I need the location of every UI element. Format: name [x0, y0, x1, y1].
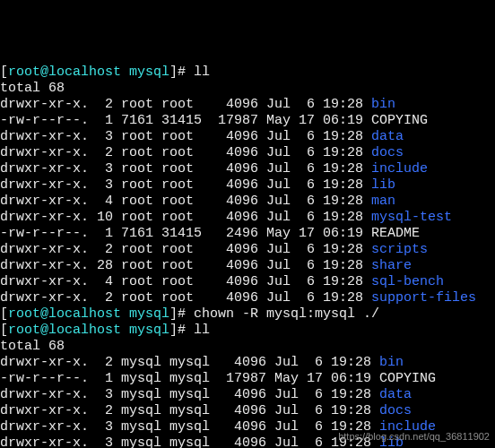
ls-filename: data — [379, 387, 412, 402]
prompt-bracket-open: [ — [0, 65, 8, 80]
ls-meta: -rw-r--r--. 1 7161 31415 17987 May 17 06… — [0, 113, 371, 128]
ls-meta: drwxr-xr-x. 2 root root 4096 Jul 6 19:28 — [0, 145, 371, 160]
ls-meta: drwxr-xr-x. 2 root root 4096 Jul 6 19:28 — [0, 242, 371, 257]
ls-filename: bin — [379, 355, 404, 370]
ls-row: drwxr-xr-x. 2 root root 4096 Jul 6 19:28… — [0, 145, 495, 161]
typed-command: ll — [194, 323, 210, 338]
watermark-text: https://blog.csdn.net/qq_36811902 — [338, 428, 490, 444]
ls-filename: support-files — [371, 290, 476, 306]
ls-meta: drwxr-xr-x. 3 mysql mysql 4096 Jul 6 19:… — [0, 387, 379, 402]
prompt-bracket-open: [ — [0, 323, 8, 338]
ls-meta: drwxr-xr-x. 3 root root 4096 Jul 6 19:28 — [0, 161, 371, 177]
ls-meta: drwxr-xr-x. 2 root root 4096 Jul 6 19:28 — [0, 97, 371, 112]
ls-meta: drwxr-xr-x. 10 root root 4096 Jul 6 19:2… — [0, 210, 371, 225]
ls-row: drwxr-xr-x. 2 mysql mysql 4096 Jul 6 19:… — [0, 355, 495, 371]
prompt-usercwd: root@localhost mysql — [8, 323, 169, 338]
ls-meta: drwxr-xr-x. 4 root root 4096 Jul 6 19:28 — [0, 194, 371, 209]
ls-row: drwxr-xr-x. 28 root root 4096 Jul 6 19:2… — [0, 258, 495, 274]
ls-meta: drwxr-xr-x. 3 root root 4096 Jul 6 19:28 — [0, 177, 371, 193]
ls-filename: docs — [371, 145, 404, 160]
ls-meta: drwxr-xr-x. 3 root root 4096 Jul 6 19:28 — [0, 129, 371, 144]
ls-meta: drwxr-xr-x. 28 root root 4096 Jul 6 19:2… — [0, 258, 371, 273]
ls-row: -rw-r--r--. 1 mysql mysql 17987 May 17 0… — [0, 371, 495, 387]
terminal-output[interactable]: [root@localhost mysql]# lltotal 68drwxr-… — [0, 65, 495, 448]
ls-filename: sql-bench — [371, 274, 444, 289]
total-line: total 68 — [0, 339, 65, 354]
ls-filename: share — [371, 258, 412, 273]
ls-filename: COPYING — [371, 113, 428, 128]
ls-row: drwxr-xr-x. 2 root root 4096 Jul 6 19:28… — [0, 242, 495, 258]
prompt-suffix: ]# — [169, 323, 194, 338]
ls-row: drwxr-xr-x. 3 root root 4096 Jul 6 19:28… — [0, 177, 495, 194]
ls-meta: -rw-r--r--. 1 7161 31415 2496 May 17 06:… — [0, 226, 371, 241]
ls-meta: drwxr-xr-x. 2 root root 4096 Jul 6 19:28 — [0, 290, 371, 306]
prompt-bracket-open: [ — [0, 306, 8, 322]
ls-row: drwxr-xr-x. 2 mysql mysql 4096 Jul 6 19:… — [0, 403, 495, 419]
ls-row: drwxr-xr-x. 4 root root 4096 Jul 6 19:28… — [0, 194, 495, 210]
ls-filename: man — [371, 194, 395, 209]
ls-filename: docs — [379, 403, 412, 418]
typed-command: chown -R mysql:mysql ./ — [194, 306, 379, 322]
ls-filename: mysql-test — [371, 210, 452, 225]
ls-meta: drwxr-xr-x. 4 root root 4096 Jul 6 19:28 — [0, 274, 371, 289]
ls-filename: README — [371, 226, 420, 241]
prompt-suffix: ]# — [169, 306, 194, 322]
prompt-usercwd: root@localhost mysql — [8, 65, 169, 80]
ls-filename: data — [371, 129, 404, 144]
ls-row: -rw-r--r--. 1 7161 31415 2496 May 17 06:… — [0, 226, 495, 242]
ls-meta: drwxr-xr-x. 2 mysql mysql 4096 Jul 6 19:… — [0, 355, 379, 370]
ls-row: -rw-r--r--. 1 7161 31415 17987 May 17 06… — [0, 113, 495, 129]
prompt-usercwd: root@localhost mysql — [8, 306, 169, 322]
prompt-suffix: ]# — [169, 65, 194, 80]
ls-row: drwxr-xr-x. 10 root root 4096 Jul 6 19:2… — [0, 210, 495, 226]
ls-filename: scripts — [371, 242, 428, 257]
total-line: total 68 — [0, 81, 65, 96]
ls-row: drwxr-xr-x. 2 root root 4096 Jul 6 19:28… — [0, 97, 495, 113]
ls-row: drwxr-xr-x. 3 root root 4096 Jul 6 19:28… — [0, 161, 495, 177]
ls-filename: include — [371, 161, 428, 177]
ls-meta: drwxr-xr-x. 3 mysql mysql 4096 Jul 6 19:… — [0, 419, 379, 435]
ls-row: drwxr-xr-x. 2 root root 4096 Jul 6 19:28… — [0, 290, 495, 306]
ls-filename: bin — [371, 97, 395, 112]
ls-row: drwxr-xr-x. 4 root root 4096 Jul 6 19:28… — [0, 274, 495, 290]
ls-filename: lib — [371, 177, 395, 193]
ls-row: drwxr-xr-x. 3 mysql mysql 4096 Jul 6 19:… — [0, 387, 495, 403]
typed-command: ll — [194, 65, 210, 80]
ls-meta: -rw-r--r--. 1 mysql mysql 17987 May 17 0… — [0, 371, 379, 386]
ls-meta: drwxr-xr-x. 2 mysql mysql 4096 Jul 6 19:… — [0, 403, 379, 418]
ls-meta: drwxr-xr-x. 3 mysql mysql 4096 Jul 6 19:… — [0, 435, 379, 448]
ls-filename: COPYING — [379, 371, 436, 386]
ls-row: drwxr-xr-x. 3 root root 4096 Jul 6 19:28… — [0, 129, 495, 145]
